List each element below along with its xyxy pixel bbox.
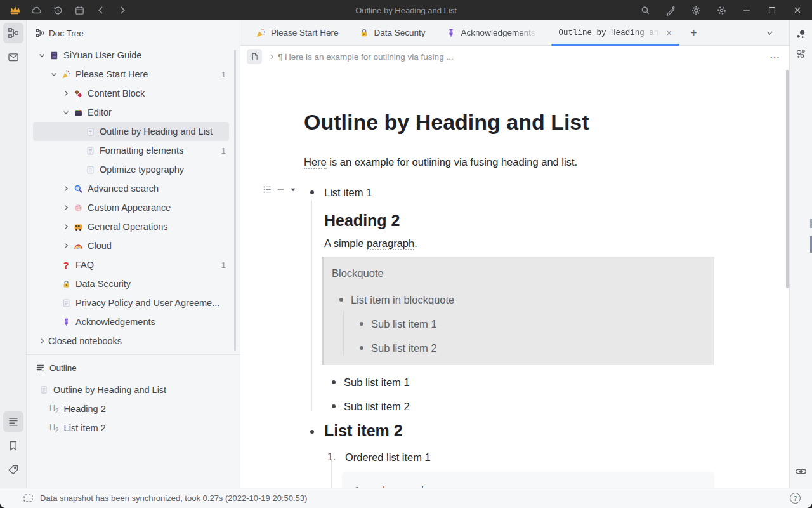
sub-list-item[interactable]: Sub list item 2 [304, 398, 715, 415]
chevron-right-icon[interactable] [60, 88, 72, 98]
virtual-ref[interactable]: paragraph [367, 237, 414, 250]
new-tab-button[interactable]: + [682, 27, 706, 39]
daily-note-calendar-icon[interactable] [72, 3, 86, 17]
tab-label: Data Security [374, 28, 426, 37]
document-icon [84, 126, 96, 137]
editor[interactable]: Outline by Heading and List Here is an e… [240, 67, 789, 488]
tree-item-please-start-here[interactable]: Please Start Here 1 [27, 65, 240, 84]
minimize-icon[interactable] [737, 3, 756, 17]
titlebar: Outline by Heading and List [0, 0, 812, 20]
heading-2[interactable]: Heading 2 [324, 210, 715, 231]
chevron-right-icon [268, 53, 275, 60]
backlinks-button[interactable] [792, 462, 810, 480]
nav-forward-icon[interactable] [115, 3, 129, 17]
tree-item-acknowledgements[interactable]: Acknowledgements [27, 312, 240, 331]
list-bullet[interactable] [310, 190, 314, 194]
gutter-list-icon[interactable] [263, 185, 272, 194]
dock-doc-tree-button[interactable] [3, 23, 23, 43]
tree-item-outline-by-heading-and-list[interactable]: Outline by Heading and List [33, 122, 229, 141]
global-graph-button[interactable] [792, 44, 810, 62]
list-item-2-heading[interactable]: List item 2 [304, 420, 715, 441]
tree-item-privacy-policy[interactable]: Privacy Policy and User Agreeme... [27, 293, 240, 312]
tree-item-general-operations[interactable]: General Operations [27, 217, 240, 236]
chevron-right-icon[interactable] [60, 241, 72, 251]
tab-outline-by-heading-and-list[interactable]: Outline by Heading and List × [549, 20, 682, 46]
editor-scrollbar[interactable] [786, 70, 789, 288]
party-popper-icon [60, 69, 72, 80]
tree-item-custom-appearance[interactable]: Custom Appearance [27, 198, 240, 217]
file-icon[interactable] [247, 49, 262, 64]
tree-item-closed-notebooks[interactable]: Closed notebooks [27, 331, 240, 351]
document-rich-icon [84, 145, 96, 156]
list-bullet[interactable] [310, 430, 314, 434]
sync-cloud-icon[interactable] [29, 3, 43, 17]
dock-bookmark-button[interactable] [3, 436, 23, 456]
block-gutter[interactable] [263, 185, 297, 194]
tree-item-faq[interactable]: ? FAQ 1 [27, 255, 240, 274]
more-options-icon[interactable]: ⋯ [769, 51, 780, 63]
edit-pencil-icon[interactable] [661, 3, 680, 17]
close-icon[interactable] [788, 3, 807, 17]
code-block[interactable]: 1package main [342, 472, 714, 488]
tab-acknowledgements[interactable]: Acknowledgements [436, 20, 549, 46]
graph-view-button[interactable] [792, 25, 810, 43]
tree-item-siyuan-user-guide[interactable]: SiYuan User Guide [27, 46, 240, 65]
blockquote[interactable]: Blockquote List item in blockquote Sub l… [322, 257, 714, 365]
chevron-down-icon[interactable] [60, 107, 72, 117]
nav-back-icon[interactable] [94, 3, 108, 17]
document-title[interactable]: Outline by Heading and List [304, 108, 715, 136]
blockquote-text: Blockquote [332, 265, 704, 281]
chevron-down-icon[interactable] [36, 50, 48, 60]
tree-item-advanced-search[interactable]: Advanced search [27, 179, 240, 198]
tab-close-icon[interactable]: × [667, 28, 672, 38]
search-icon[interactable] [636, 3, 655, 17]
list-bullet[interactable] [339, 298, 343, 302]
tree-item-label: Outline by Heading and List [100, 126, 213, 137]
tree-item-content-block[interactable]: Content Block [27, 84, 240, 103]
tab-data-security[interactable]: Data Security [349, 20, 436, 46]
intro-paragraph[interactable]: Here is an example for outlining via fus… [304, 154, 715, 170]
outline-item-heading-2[interactable]: H2 Heading 2 [27, 399, 240, 418]
list-bullet[interactable] [360, 346, 363, 350]
chevron-right-icon[interactable] [60, 184, 72, 194]
sub-list-item[interactable]: Sub list item 1 [304, 374, 715, 391]
virtual-ref[interactable]: Here [304, 156, 327, 169]
bento-box-icon [72, 107, 84, 118]
tree-scrollbar[interactable] [234, 50, 236, 351]
blockquote-list-item[interactable]: List item in blockquote [329, 291, 704, 308]
list-bullet[interactable] [332, 404, 336, 408]
simple-paragraph[interactable]: A simple paragraph. [324, 235, 715, 251]
tree-item-editor[interactable]: Editor [27, 103, 240, 122]
tab-list-chevron-icon[interactable] [766, 29, 774, 37]
tab-please-start-here[interactable]: Please Start Here [246, 20, 349, 46]
tree-item-data-security[interactable]: Data Security [27, 274, 240, 293]
list-bullet[interactable] [332, 380, 336, 384]
chevron-right-icon[interactable] [36, 336, 48, 346]
breadcrumb-block[interactable]: ¶ Here is an example for outlining via f… [278, 52, 454, 62]
dock-outline-button[interactable] [3, 411, 23, 432]
outline-item-doc[interactable]: Outline by Heading and List [27, 380, 240, 399]
tree-item-optimize-typography[interactable]: Optimize typography [27, 160, 240, 179]
history-icon[interactable] [51, 3, 65, 17]
list-item-1[interactable]: List item 1 [304, 184, 715, 201]
outline-item-label: Outline by Heading and List [53, 385, 166, 395]
gutter-dash-icon[interactable] [277, 185, 285, 194]
gutter-collapse-arrow-icon[interactable] [289, 186, 297, 194]
dock-tag-button[interactable] [3, 460, 23, 480]
tree-item-formatting-elements[interactable]: Formatting elements 1 [27, 141, 240, 160]
blockquote-sub-list-item[interactable]: Sub list item 2 [329, 340, 704, 356]
settings-gear-icon[interactable] [712, 3, 731, 17]
help-icon[interactable]: ? [790, 493, 801, 504]
workspace-crown-icon[interactable] [8, 3, 22, 17]
maximize-icon[interactable] [763, 3, 782, 17]
tree-item-cloud[interactable]: Cloud [27, 236, 240, 255]
ordered-list-item[interactable]: 1. Ordered list item 1 [304, 449, 715, 465]
outline-item-list-item-2[interactable]: H2 List item 2 [27, 418, 240, 438]
chevron-down-icon[interactable] [48, 69, 60, 79]
list-bullet[interactable] [360, 322, 363, 326]
blockquote-sub-list-item[interactable]: Sub list item 1 [329, 316, 704, 332]
theme-sun-icon[interactable] [686, 3, 705, 17]
dock-inbox-button[interactable] [3, 47, 23, 67]
chevron-right-icon[interactable] [60, 222, 72, 232]
chevron-right-icon[interactable] [60, 203, 72, 213]
